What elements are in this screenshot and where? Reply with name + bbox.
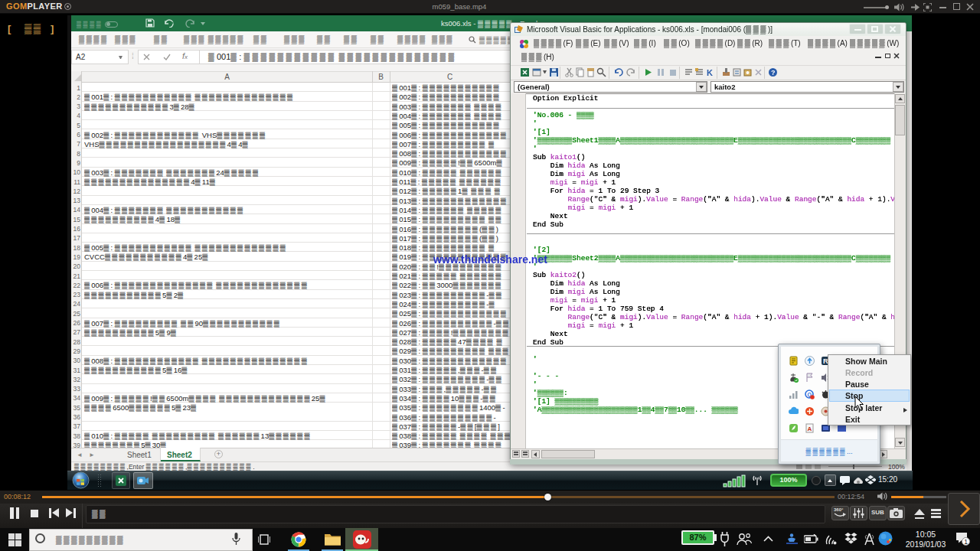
svg-text:?: ? — [771, 69, 776, 77]
svg-text:A: A — [808, 425, 812, 432]
svg-text:K: K — [707, 68, 713, 77]
